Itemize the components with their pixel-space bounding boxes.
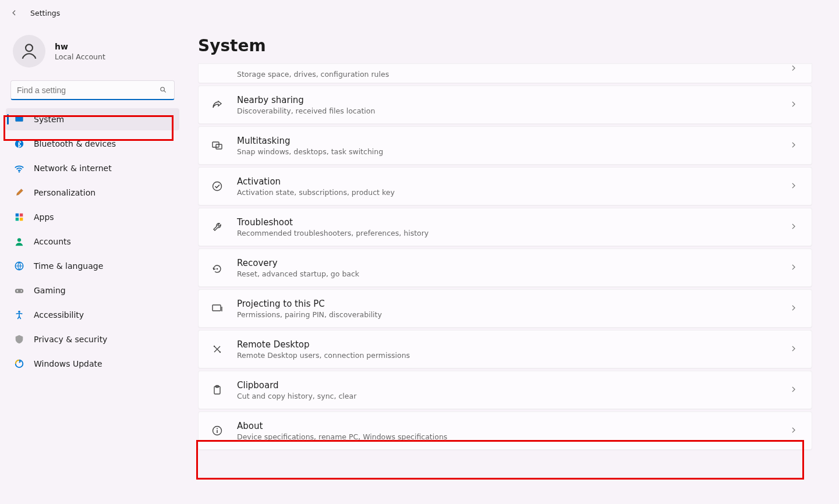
svg-point-0 — [26, 44, 33, 51]
setting-title: Nearby sharing — [237, 95, 790, 105]
share-icon — [210, 98, 224, 112]
search-input[interactable] — [17, 86, 154, 95]
user-account-type: Local Account — [55, 52, 105, 61]
page-title: System — [198, 36, 812, 55]
update-icon — [14, 359, 24, 369]
setting-title: Recovery — [237, 258, 790, 268]
setting-title: Clipboard — [237, 380, 790, 391]
sidebar-item-label: Accounts — [34, 237, 71, 246]
sidebar-item-label: Personalization — [34, 188, 95, 197]
sidebar-item-label: Network & internet — [34, 164, 112, 173]
sidebar-item-label: System — [34, 115, 64, 124]
setting-subtitle: Recommended troubleshooters, preferences… — [237, 229, 790, 237]
setting-multitasking[interactable]: MultitaskingSnap windows, desktops, task… — [198, 126, 812, 165]
window-title: Settings — [30, 9, 60, 17]
sidebar-item-label: Gaming — [34, 286, 66, 295]
setting-subtitle: Device specifications, rename PC, Window… — [237, 432, 790, 441]
search-box[interactable] — [10, 80, 175, 100]
sidebar-item-privacy-security[interactable]: Privacy & security — [6, 328, 179, 350]
avatar — [13, 35, 45, 68]
sidebar-item-personalization[interactable]: Personalization — [6, 182, 179, 204]
setting-title: About — [237, 421, 790, 431]
chevron-right-icon — [790, 385, 799, 395]
setting-subtitle: Permissions, pairing PIN, discoverabilit… — [237, 310, 790, 319]
chevron-right-icon — [790, 100, 799, 109]
sidebar-item-system[interactable]: System — [6, 108, 179, 130]
chevron-right-icon — [790, 426, 799, 435]
clipboard-icon — [210, 383, 224, 397]
chevron-right-icon — [790, 64, 799, 73]
setting-storage[interactable]: StorageStorage space, drives, configurat… — [198, 63, 812, 83]
info-icon — [210, 424, 224, 438]
sidebar-item-label: Time & language — [34, 261, 103, 271]
check-circle-icon — [210, 179, 224, 193]
project-icon — [210, 301, 224, 315]
chevron-right-icon — [790, 345, 799, 354]
setting-subtitle: Activation state, subscriptions, product… — [237, 188, 790, 197]
setting-subtitle: Remote Desktop users, connection permiss… — [237, 351, 790, 360]
display-icon — [14, 114, 24, 125]
setting-subtitle: Cut and copy history, sync, clear — [237, 392, 790, 400]
setting-activation[interactable]: ActivationActivation state, subscription… — [198, 167, 812, 205]
setting-recovery[interactable]: RecoveryReset, advanced startup, go back — [198, 249, 812, 287]
setting-title: Projecting to this PC — [237, 299, 790, 309]
chevron-right-icon — [790, 182, 799, 191]
sidebar-item-accessibility[interactable]: Accessibility — [6, 304, 179, 326]
accessibility-icon — [14, 310, 24, 320]
setting-title: Multitasking — [237, 136, 790, 146]
nav-list: SystemBluetooth & devicesNetwork & inter… — [0, 108, 185, 375]
wifi-icon — [14, 163, 24, 173]
setting-about[interactable]: AboutDevice specifications, rename PC, W… — [198, 411, 812, 450]
main-content: System StorageStorage space, drives, con… — [185, 26, 839, 504]
setting-subtitle: Reset, advanced startup, go back — [237, 269, 790, 278]
bluetooth-icon — [14, 139, 24, 149]
sidebar-item-label: Accessibility — [34, 310, 84, 320]
setting-nearby-sharing[interactable]: Nearby sharingDiscoverability, received … — [198, 86, 812, 124]
sidebar-item-label: Windows Update — [34, 359, 102, 368]
user-profile[interactable]: hw Local Account — [0, 26, 185, 77]
sidebar-item-apps[interactable]: Apps — [6, 206, 179, 228]
back-button[interactable] — [8, 7, 20, 19]
svg-point-1 — [161, 87, 164, 90]
remote-icon — [210, 342, 224, 356]
sidebar-item-accounts[interactable]: Accounts — [6, 230, 179, 253]
setting-remote-desktop[interactable]: Remote DesktopRemote Desktop users, conn… — [198, 330, 812, 368]
recovery-icon — [210, 261, 224, 275]
chevron-right-icon — [790, 263, 799, 272]
sidebar-item-label: Bluetooth & devices — [34, 139, 116, 148]
settings-list: StorageStorage space, drives, configurat… — [198, 63, 812, 450]
multitask-icon — [210, 139, 224, 152]
search-icon — [159, 86, 168, 95]
chevron-right-icon — [790, 304, 799, 313]
sidebar-item-gaming[interactable]: Gaming — [6, 279, 179, 301]
setting-projecting-to-this-pc[interactable]: Projecting to this PCPermissions, pairin… — [198, 289, 812, 328]
chevron-right-icon — [790, 222, 799, 232]
setting-subtitle: Storage space, drives, configuration rul… — [237, 70, 790, 79]
sidebar-item-label: Privacy & security — [34, 335, 107, 344]
setting-subtitle: Snap windows, desktops, task switching — [237, 147, 790, 156]
brush-icon — [14, 187, 24, 198]
setting-title: Remote Desktop — [237, 339, 790, 350]
gamepad-icon — [14, 285, 24, 296]
sidebar-item-time-language[interactable]: Time & language — [6, 255, 179, 277]
sidebar: hw Local Account SystemBluetooth & devic… — [0, 26, 185, 504]
user-name: hw — [55, 42, 105, 51]
wrench-icon — [210, 220, 224, 234]
sidebar-item-windows-update[interactable]: Windows Update — [6, 353, 179, 375]
chevron-right-icon — [790, 141, 799, 150]
setting-title: Troubleshoot — [237, 217, 790, 228]
sidebar-item-network-internet[interactable]: Network & internet — [6, 157, 179, 179]
apps-icon — [14, 212, 24, 222]
person-icon — [14, 236, 24, 247]
setting-subtitle: Discoverability, received files location — [237, 107, 790, 115]
shield-icon — [14, 334, 24, 345]
setting-title: Activation — [237, 176, 790, 187]
sidebar-item-label: Apps — [34, 212, 54, 222]
sidebar-item-bluetooth-devices[interactable]: Bluetooth & devices — [6, 133, 179, 155]
setting-clipboard[interactable]: ClipboardCut and copy history, sync, cle… — [198, 371, 812, 409]
globe-clock-icon — [14, 261, 24, 271]
setting-troubleshoot[interactable]: TroubleshootRecommended troubleshooters,… — [198, 208, 812, 246]
